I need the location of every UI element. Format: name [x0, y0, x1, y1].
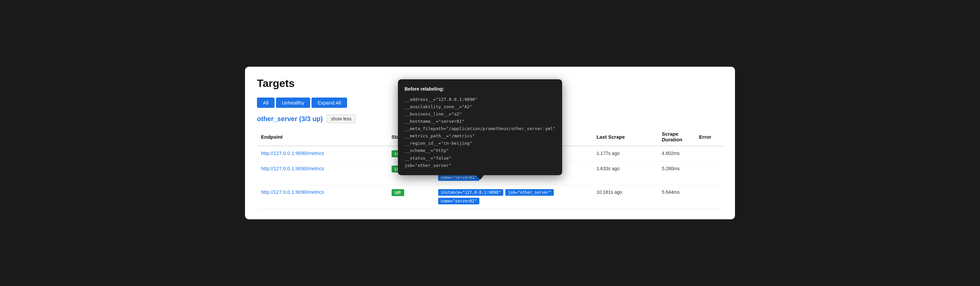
- tooltip-line: __status__="false": [404, 155, 555, 162]
- last-scrape-cell: 10.181s ago: [592, 185, 657, 209]
- error-cell: [695, 146, 723, 161]
- filter-unhealthy-button[interactable]: Unhealthy: [276, 98, 310, 108]
- table-row: http://127.0.0.1:9090/metricsUPinstance=…: [257, 185, 723, 209]
- endpoint-link[interactable]: http://127.0.0.1:9090/metrics: [261, 150, 324, 156]
- label-tag: name="server01": [438, 174, 479, 181]
- label-tag: job="other_server": [505, 189, 554, 196]
- tooltip-line: __address__="127.0.0.1:9090": [404, 96, 555, 103]
- scrape-duration-cell: 4.602ms: [658, 146, 695, 161]
- tooltip-line: __business_line__="a2": [404, 111, 555, 118]
- col-header-endpoint: Endpoint: [257, 128, 388, 146]
- col-header-error: Error: [695, 128, 723, 146]
- filter-all-button[interactable]: All: [257, 98, 275, 108]
- tooltip-overlay: Before relabeling: __address__="127.0.0.…: [398, 79, 562, 175]
- show-less-button[interactable]: show less: [327, 114, 356, 123]
- error-cell: [695, 161, 723, 185]
- tooltip-line: __meta_filepath="/application/prometheus…: [404, 125, 555, 133]
- labels-cell: instance="127.0.0.1:9090"job="other_serv…: [438, 189, 589, 204]
- col-header-last-scrape: Last Scrape: [592, 128, 657, 146]
- last-scrape-cell: 1.177s ago: [592, 146, 657, 161]
- scrape-duration-cell: 5.644ms: [658, 185, 695, 209]
- endpoint-link[interactable]: http://127.0.0.1:9090/metrics: [261, 166, 324, 171]
- tooltip-line: __region_id__="cn-beijing": [404, 140, 555, 147]
- error-cell: [695, 185, 723, 209]
- tooltip-line: __scheme__="http": [404, 147, 555, 154]
- tooltip-arrow: [476, 175, 484, 180]
- tooltip-line: __metrics_path__="/metrics": [404, 133, 555, 140]
- tooltip-line: __availability_zone__="A2": [404, 103, 555, 111]
- scrape-duration-cell: 5.280ms: [658, 161, 695, 185]
- filter-expand-all-button[interactable]: Expand All: [312, 98, 347, 108]
- label-tag: name="server02": [438, 198, 479, 204]
- group-title: other_server (3/3 up): [257, 115, 323, 123]
- endpoint-link[interactable]: http://127.0.0.1:9090/metrics: [261, 189, 324, 195]
- state-badge: UP: [391, 189, 404, 196]
- tooltip-lines: __address__="127.0.0.1:9090"__availabili…: [404, 96, 555, 169]
- label-tag: instance="127.0.0.1:9090": [438, 189, 504, 196]
- tooltip-line: job="other_server": [404, 162, 555, 169]
- last-scrape-cell: 1.633s ago: [592, 161, 657, 185]
- main-card: Targets All Unhealthy Expand All other_s…: [245, 67, 735, 219]
- tooltip-line: __hostname__="server01": [404, 118, 555, 125]
- col-header-scrape-duration: Scrape Duration: [658, 128, 695, 146]
- tooltip-title: Before relabeling:: [404, 85, 555, 93]
